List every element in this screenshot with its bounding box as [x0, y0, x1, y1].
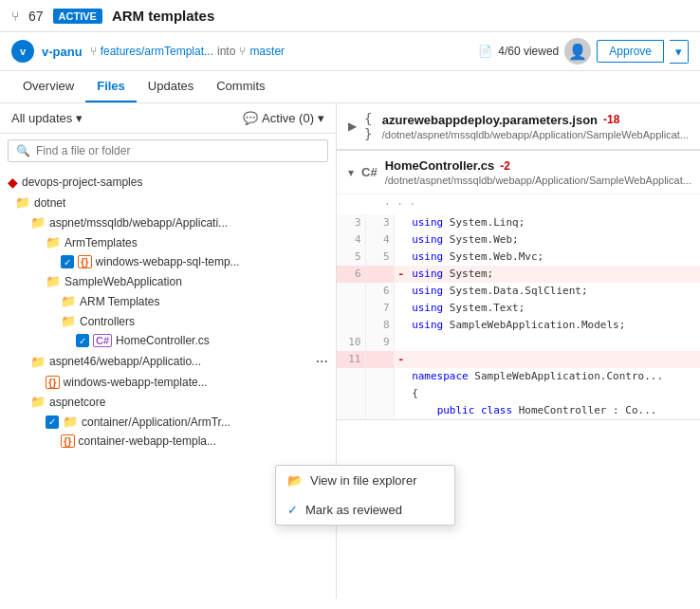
file-header-json: ▶ { } azurewebappdeploy.parameters.json …	[337, 103, 700, 150]
list-item[interactable]: 📁 Controllers	[0, 311, 336, 331]
list-item[interactable]: 📁 aspnet/mssqldb/webapp/Applicati...	[0, 212, 336, 232]
diff-marker	[394, 283, 408, 300]
table-row: 4 4 using System.Web;	[337, 231, 700, 249]
folder-icon: 📁	[30, 395, 46, 409]
line-num-old	[337, 368, 365, 385]
line-num-old: 4	[337, 231, 365, 249]
context-menu-explorer-label: View in file explorer	[310, 473, 337, 488]
line-content: {	[408, 385, 699, 402]
line-num-new: 5	[365, 249, 394, 266]
expand-icon-cs[interactable]: ▾	[348, 166, 354, 179]
json-icon: {}	[78, 255, 92, 268]
line-content: using SampleWebApplication.Models;	[408, 317, 699, 334]
line-num-old	[337, 283, 365, 300]
tree-root-item[interactable]: ◆ devops-project-samples	[0, 172, 336, 193]
search-icon: 🔍	[16, 144, 30, 157]
diff-marker	[394, 385, 408, 402]
cs-file-path: /dotnet/aspnet/mssqldb/webapp/Applicatio…	[385, 175, 691, 186]
approve-dropdown-button[interactable]: ▾	[670, 40, 689, 64]
cs-icon: C#	[93, 334, 112, 347]
line-num-old: 11	[337, 351, 365, 368]
list-item[interactable]: 📁 dotnet	[0, 193, 336, 212]
tab-files[interactable]: Files	[85, 71, 137, 102]
tab-updates[interactable]: Updates	[137, 71, 205, 102]
tree-item-label: dotnet	[34, 196, 65, 210]
line-content: namespace SampleWebApplication.Contro...	[408, 368, 699, 385]
diff-marker	[394, 231, 408, 249]
context-menu-button[interactable]: ···	[316, 353, 328, 370]
list-item[interactable]: ✓ C# HomeController.cs	[0, 331, 336, 350]
tree-item-label: aspnetcore	[49, 396, 105, 409]
folder-icon: 📁	[46, 235, 61, 249]
dots-row: · · ·	[337, 194, 700, 214]
list-item[interactable]: {} container-webapp-templa...	[0, 432, 336, 451]
cs-file-name: HomeController.cs	[385, 158, 495, 173]
line-num-old	[337, 385, 365, 402]
list-item[interactable]: 📁 aspnet46/webapp/Applicatio... ···	[0, 350, 336, 373]
tree-item-label: Controllers	[80, 315, 135, 328]
table-row: namespace SampleWebApplication.Contro...	[337, 368, 700, 385]
line-num-new: 7	[365, 300, 394, 317]
active-filter-dropdown[interactable]: 💬 Active (0) ▾	[243, 111, 324, 125]
avatar: v	[11, 40, 34, 63]
tree-item-label: ARM Templates	[80, 295, 159, 308]
json-brace-icon: { }	[364, 111, 375, 141]
line-content: using System.Text;	[408, 300, 699, 317]
tree-item-label: windows-webapp-sql-temp...	[96, 255, 240, 268]
tab-commits[interactable]: Commits	[205, 71, 276, 102]
folder-icon: 📁	[30, 355, 46, 369]
context-menu-item-explorer[interactable]: 📂 View in file explorer	[276, 466, 337, 495]
line-content	[408, 334, 699, 351]
all-updates-label: All updates	[11, 111, 72, 125]
line-num-new: 6	[365, 283, 394, 300]
list-item[interactable]: ✓ {} windows-webapp-sql-temp...	[0, 252, 336, 271]
author-name[interactable]: v-panu	[42, 45, 83, 59]
diff-marker	[394, 317, 408, 334]
file-reviewed-checkbox-2[interactable]: ✓	[76, 334, 89, 347]
diff-marker	[394, 368, 408, 385]
file-header-cs: ▾ C# HomeController.cs -2 /dotnet/aspnet…	[337, 151, 700, 194]
tab-overview[interactable]: Overview	[11, 71, 85, 102]
line-content	[408, 351, 699, 368]
list-item[interactable]: 📁 ARM Templates	[0, 291, 336, 311]
tree-item-label: container/Application/ArmTr...	[82, 415, 230, 429]
all-updates-dropdown[interactable]: All updates ▾	[11, 111, 83, 125]
line-num-new: 9	[365, 334, 394, 351]
line-content: using System.Web;	[408, 231, 699, 249]
tree-item-label: ArmTemplates	[64, 236, 138, 249]
line-num-new	[365, 266, 394, 283]
context-menu-reviewed-label: Mark as reviewed	[305, 503, 337, 517]
list-item[interactable]: 📁 SampleWebApplication	[0, 271, 336, 291]
table-row: 8 using SampleWebApplication.Models;	[337, 317, 700, 334]
list-item[interactable]: 📁 aspnetcore	[0, 392, 336, 412]
line-num-new	[365, 351, 394, 368]
branch-to[interactable]: master	[249, 45, 285, 58]
line-num-old	[337, 300, 365, 317]
pr-title: ARM templates	[112, 8, 214, 24]
code-table: 3 3 using System.Linq; 4 4 using System.…	[337, 214, 700, 419]
active-badge: ACTIVE	[53, 9, 102, 24]
csharp-lang-badge: C#	[361, 165, 378, 179]
checkmark-icon: ✓	[287, 503, 298, 517]
approve-button[interactable]: Approve	[597, 40, 664, 63]
search-input[interactable]	[36, 144, 320, 157]
comment-icon: 💬	[243, 111, 258, 125]
file-tree-panel: All updates ▾ 💬 Active (0) ▾ 🔍 ◆ devops-…	[0, 103, 337, 599]
line-num-old: 5	[337, 249, 365, 266]
file-reviewed-checkbox-3[interactable]: ✓	[46, 415, 59, 429]
table-row: 11 -	[337, 351, 700, 368]
list-item[interactable]: {} windows-webapp-template...	[0, 373, 336, 392]
list-item[interactable]: ✓ 📁 container/Application/ArmTr...	[0, 412, 336, 432]
list-item[interactable]: 📁 ArmTemplates	[0, 232, 336, 252]
file-reviewed-checkbox[interactable]: ✓	[61, 255, 74, 268]
code-content: · · · 3 3 using System.Linq; 4 4	[337, 194, 700, 419]
diff-marker	[394, 402, 408, 419]
context-menu-item-reviewed[interactable]: ✓ Mark as reviewed	[276, 495, 337, 525]
expand-icon[interactable]: ▶	[348, 120, 357, 133]
table-row: 5 5 using System.Web.Mvc;	[337, 249, 700, 266]
table-row: public class HomeController : Co...	[337, 402, 700, 419]
line-num-new	[365, 402, 394, 419]
line-content: using System.Linq;	[408, 214, 699, 231]
branch-from[interactable]: features/armTemplat...	[101, 45, 213, 58]
line-num-new	[365, 385, 394, 402]
